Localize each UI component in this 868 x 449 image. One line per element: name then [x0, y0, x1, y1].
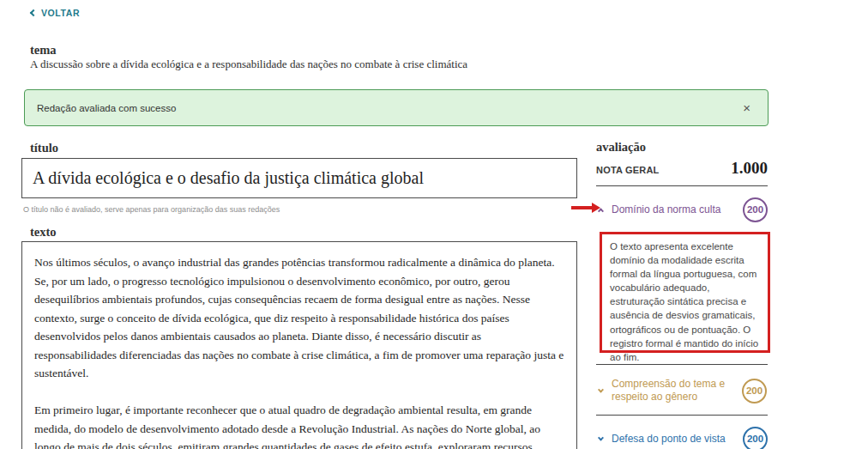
- divider: [596, 364, 768, 365]
- nota-geral-label: NOTA GERAL: [596, 165, 660, 175]
- avaliacao-label: avaliação: [596, 140, 646, 155]
- chevron-down-icon[interactable]: [598, 386, 604, 392]
- criterion-compreensao-tema[interactable]: Compreensão do tema e respeito ao gênero…: [596, 375, 768, 406]
- success-banner-message: Redação avaliada com sucesso: [37, 103, 176, 113]
- texto-textarea[interactable]: Nos últimos séculos, o avanço industrial…: [21, 241, 577, 449]
- divider: [596, 415, 768, 416]
- criterion-name: Defesa do ponto de vista: [612, 433, 743, 446]
- tema-label: tema: [30, 43, 57, 58]
- nota-geral-row: NOTA GERAL 1.000: [596, 159, 768, 178]
- chevron-down-icon[interactable]: [598, 434, 604, 440]
- score-badge: 200: [743, 197, 768, 222]
- score-badge: 200: [743, 427, 768, 449]
- chevron-left-icon: [30, 9, 37, 16]
- back-label: VOLTAR: [41, 8, 80, 18]
- success-banner: Redação avaliada com sucesso ×: [24, 89, 769, 126]
- tema-text: A discussão sobre a dívida ecológica e a…: [30, 58, 467, 71]
- divider: [596, 185, 768, 186]
- titulo-label: título: [30, 141, 58, 155]
- titulo-input[interactable]: [21, 158, 577, 198]
- titulo-helper-text: O título não é avaliado, serve apenas pa…: [23, 205, 280, 214]
- back-button[interactable]: VOLTAR: [31, 8, 80, 18]
- arrow-shaft-icon: [571, 206, 592, 209]
- score-badge: 200: [742, 379, 767, 403]
- criterion-defesa-ponto-vista[interactable]: Defesa do ponto de vista 200: [596, 425, 768, 449]
- arrow-head-icon: [592, 203, 600, 213]
- criterion-name: Domínio da norma culta: [612, 203, 743, 216]
- annotation-arrow: [571, 203, 600, 213]
- criterion-description: O texto apresenta excelente domínio da m…: [600, 232, 770, 353]
- criterion-dominio-norma-culta[interactable]: Domínio da norma culta 200: [596, 196, 768, 223]
- essay-review-page: VOLTAR tema A discussão sobre a dívida e…: [0, 0, 868, 449]
- close-icon[interactable]: ×: [743, 101, 750, 114]
- texto-label: texto: [30, 225, 57, 240]
- nota-geral-value: 1.000: [731, 159, 768, 178]
- criterion-name: Compreensão do tema e respeito ao gênero: [612, 378, 742, 403]
